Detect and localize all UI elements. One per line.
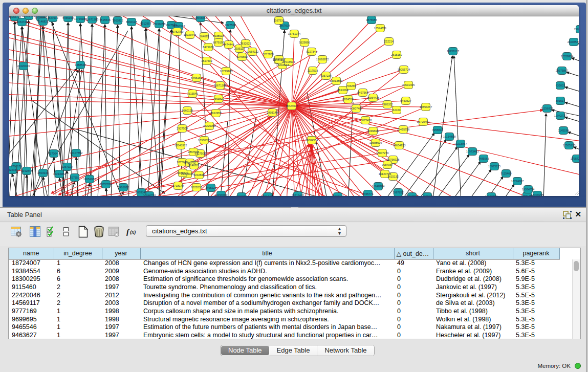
svg-text:10719185: 10719185 (74, 17, 86, 20)
svg-text:8813094: 8813094 (337, 89, 348, 92)
svg-text:13524851: 13524851 (374, 27, 386, 30)
svg-text:9115460: 9115460 (500, 172, 511, 175)
svg-text:1916682: 1916682 (118, 186, 128, 189)
svg-text:9084067: 9084067 (382, 163, 393, 166)
svg-text:2927509: 2927509 (177, 127, 187, 130)
svg-text:9465771: 9465771 (362, 192, 373, 195)
svg-text:7624502: 7624502 (236, 195, 247, 196)
svg-text:10543362: 10543362 (175, 144, 187, 147)
svg-text:3242848: 3242848 (193, 173, 204, 177)
svg-text:18724007: 18724007 (511, 180, 524, 183)
svg-text:13325419: 13325419 (421, 195, 433, 196)
svg-text:2803144: 2803144 (267, 111, 277, 114)
svg-text:7955812: 7955812 (432, 128, 443, 132)
svg-text:3824554: 3824554 (342, 98, 353, 101)
svg-text:20206536: 20206536 (568, 40, 579, 43)
svg-text:10543362: 10543362 (194, 16, 207, 19)
svg-text:18300295: 18300295 (531, 193, 543, 196)
svg-text:835001: 835001 (556, 84, 565, 87)
svg-text:9245652: 9245652 (236, 55, 247, 58)
svg-text:18360323: 18360323 (172, 25, 185, 28)
svg-text:6879197: 6879197 (213, 41, 224, 44)
svg-text:10688609: 10688609 (369, 141, 382, 144)
svg-text:7515546: 7515546 (187, 92, 198, 95)
svg-text:7515546: 7515546 (99, 18, 110, 21)
svg-text:18724007: 18724007 (286, 104, 298, 107)
svg-text:17004: 17004 (50, 152, 57, 155)
svg-text:391517: 391517 (556, 99, 565, 102)
svg-text:2935114: 2935114 (234, 47, 245, 50)
svg-text:10653267: 10653267 (420, 105, 432, 108)
svg-text:13353594: 13353594 (100, 183, 112, 186)
svg-text:15716485: 15716485 (292, 194, 304, 196)
svg-text:8322037: 8322037 (9, 168, 18, 171)
svg-text:11156829: 11156829 (541, 107, 553, 110)
svg-text:16154808: 16154808 (443, 135, 455, 138)
svg-text:2867608: 2867608 (188, 150, 199, 154)
svg-text:10025438: 10025438 (359, 119, 372, 122)
svg-text:10958117: 10958117 (447, 50, 459, 53)
svg-text:7663822: 7663822 (112, 19, 123, 22)
svg-text:7357234: 7357234 (320, 74, 331, 77)
svg-text:8912957: 8912957 (210, 112, 221, 115)
svg-text:427552: 427552 (70, 176, 79, 179)
svg-text:16013809: 16013809 (330, 79, 342, 82)
svg-text:20364436: 20364436 (367, 96, 379, 99)
svg-text:9227343: 9227343 (306, 50, 317, 53)
svg-text:1388520: 1388520 (75, 63, 85, 67)
svg-text:10046798: 10046798 (143, 194, 156, 196)
svg-text:29053346: 29053346 (574, 28, 579, 31)
svg-text:6466160: 6466160 (62, 16, 73, 19)
svg-text:1615132: 1615132 (387, 175, 398, 178)
svg-text:6099695: 6099695 (367, 129, 378, 133)
svg-text:8471676: 8471676 (203, 46, 213, 49)
svg-text:3215955: 3215955 (263, 53, 273, 56)
svg-text:16782759: 16782759 (171, 30, 183, 33)
svg-text:2087652: 2087652 (393, 191, 403, 194)
svg-text:22420046: 22420046 (17, 64, 30, 68)
svg-text:17016504: 17016504 (282, 60, 295, 63)
svg-text:15751074: 15751074 (288, 32, 300, 35)
svg-text:164095: 164095 (200, 35, 209, 38)
svg-text:2615150: 2615150 (391, 53, 402, 56)
svg-text:12093872: 12093872 (316, 58, 329, 61)
svg-text:252214: 252214 (384, 40, 394, 43)
svg-text:2718179: 2718179 (11, 165, 21, 168)
svg-text:1875685: 1875685 (366, 18, 377, 21)
svg-text:2867608: 2867608 (279, 24, 290, 27)
svg-text:16914479: 16914479 (262, 195, 274, 196)
svg-text:7986322: 7986322 (382, 103, 393, 106)
svg-text:19384554: 19384554 (306, 139, 318, 142)
svg-text:18807279: 18807279 (376, 151, 388, 155)
svg-text:2803144: 2803144 (37, 171, 48, 174)
svg-text:10756928: 10756928 (387, 158, 399, 161)
svg-text:7663822: 7663822 (213, 97, 224, 100)
svg-text:14055724: 14055724 (9, 16, 21, 18)
svg-text:16099489: 16099489 (215, 193, 227, 196)
svg-text:23495756: 23495756 (397, 128, 409, 131)
svg-text:7632621: 7632621 (240, 42, 251, 45)
svg-text:10653267: 10653267 (35, 16, 47, 19)
svg-text:62160: 62160 (393, 108, 400, 112)
svg-text:6466160: 6466160 (191, 76, 202, 79)
svg-text:746266: 746266 (346, 84, 356, 87)
svg-text:14055724: 14055724 (398, 68, 410, 71)
svg-text:10807487: 10807487 (350, 107, 362, 110)
svg-text:8912957: 8912957 (140, 22, 151, 25)
svg-text:12505135: 12505135 (563, 144, 575, 147)
svg-text:19654923: 19654923 (393, 144, 405, 147)
svg-text:19654983: 19654983 (83, 178, 96, 181)
svg-text:13975115: 13975115 (488, 165, 500, 168)
svg-text:1527602: 1527602 (47, 16, 58, 19)
svg-text:16671385: 16671385 (214, 84, 226, 87)
svg-text:16648784: 16648784 (372, 185, 384, 188)
svg-text:2718179: 2718179 (172, 184, 183, 187)
svg-text:10654112: 10654112 (246, 50, 258, 53)
svg-text:8454749: 8454749 (16, 20, 27, 24)
svg-text:1527602: 1527602 (201, 59, 212, 62)
svg-text:f: f (126, 228, 130, 236)
svg-text:9463627: 9463627 (400, 99, 411, 102)
svg-text:1117533: 1117533 (308, 69, 318, 72)
svg-text:23226058: 23226058 (153, 23, 165, 26)
svg-text:7485063: 7485063 (478, 157, 489, 160)
